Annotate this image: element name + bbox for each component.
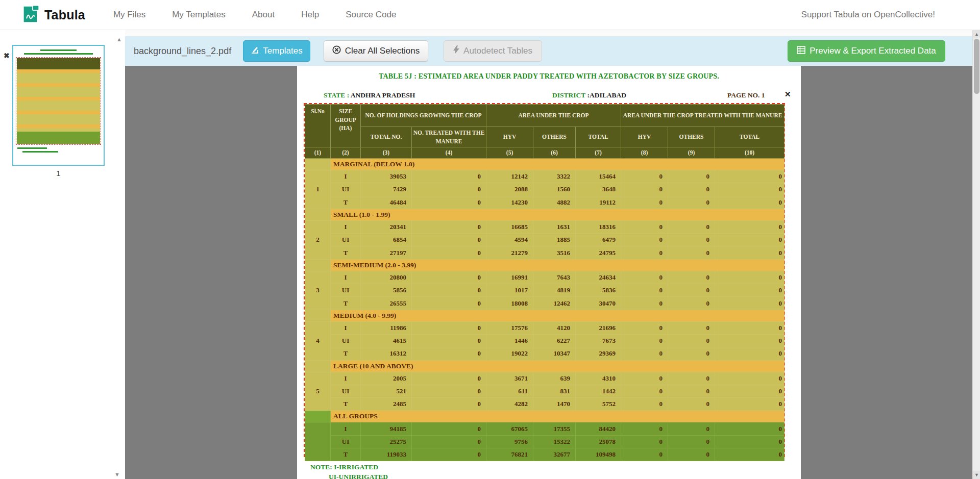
value-cell: 119033 bbox=[361, 448, 412, 461]
value-cell: 0 bbox=[668, 321, 715, 334]
brand-link[interactable]: Tabula bbox=[20, 4, 85, 26]
group-band-slno-cell bbox=[305, 310, 331, 321]
value-cell: 32677 bbox=[533, 448, 576, 461]
value-cell: 12462 bbox=[533, 297, 576, 310]
irrigation-type-cell: I bbox=[331, 170, 361, 183]
column-number: (10) bbox=[715, 147, 785, 159]
value-cell: 16991 bbox=[486, 271, 533, 284]
value-cell: 0 bbox=[621, 422, 668, 435]
clear-icon bbox=[332, 45, 341, 57]
tabula-logo-icon bbox=[20, 4, 40, 26]
group-band-label: SMALL (1.0 - 1.99) bbox=[331, 209, 785, 220]
value-cell: 16312 bbox=[361, 347, 412, 360]
irrigation-type-cell: UI bbox=[331, 334, 361, 347]
autodetect-tables-button[interactable]: Autodetect Tables bbox=[444, 40, 542, 62]
value-cell: 0 bbox=[412, 220, 486, 233]
value-cell: 521 bbox=[361, 385, 412, 397]
table-row: UI68540459418856479000 bbox=[305, 234, 785, 246]
value-cell: 0 bbox=[668, 422, 715, 435]
value-cell: 0 bbox=[715, 372, 785, 385]
column-header: Sl.No bbox=[305, 105, 331, 147]
value-cell: 25078 bbox=[576, 435, 621, 448]
value-cell: 639 bbox=[533, 372, 576, 385]
value-cell: 0 bbox=[621, 284, 668, 297]
nav-links: My Files My Templates About Help Source … bbox=[113, 10, 396, 20]
irrigation-type-cell: UI bbox=[331, 435, 361, 448]
value-cell: 1560 bbox=[533, 183, 576, 196]
value-cell: 0 bbox=[668, 271, 715, 284]
value-cell: 0 bbox=[715, 334, 785, 347]
table-row: T163120190221034729369000 bbox=[305, 347, 785, 360]
value-cell: 0 bbox=[621, 196, 668, 209]
value-cell: 1442 bbox=[576, 385, 621, 397]
value-cell: 0 bbox=[715, 246, 785, 259]
preview-export-button[interactable]: Preview & Export Extracted Data bbox=[788, 40, 945, 62]
value-cell: 0 bbox=[715, 398, 785, 411]
value-cell: 46484 bbox=[361, 196, 412, 209]
value-cell: 0 bbox=[412, 372, 486, 385]
scrollbar-thumb[interactable] bbox=[974, 39, 979, 94]
export-button-label: Preview & Export Extracted Data bbox=[810, 46, 936, 56]
selection-close-icon[interactable]: ✕ bbox=[785, 90, 791, 99]
sidebar-scroll-up-icon[interactable]: ▲ bbox=[116, 37, 122, 42]
support-link[interactable]: Support Tabula on OpenCollective! bbox=[801, 10, 935, 20]
value-cell: 0 bbox=[621, 398, 668, 411]
value-cell: 3648 bbox=[576, 183, 621, 196]
value-cell: 0 bbox=[621, 385, 668, 397]
value-cell: 0 bbox=[412, 398, 486, 411]
table-selection-box[interactable]: Sl.NoSIZE GROUP (HA)NO. OF HOLDINGS GROW… bbox=[304, 103, 785, 457]
nav-my-files[interactable]: My Files bbox=[113, 10, 145, 20]
value-cell: 4882 bbox=[533, 196, 576, 209]
irrigation-type-cell: I bbox=[331, 220, 361, 233]
value-cell: 0 bbox=[668, 398, 715, 411]
page-thumbnail[interactable] bbox=[12, 45, 105, 166]
irrigation-type-cell: UI bbox=[331, 183, 361, 196]
value-cell: 17576 bbox=[486, 321, 533, 334]
nav-my-templates[interactable]: My Templates bbox=[172, 10, 226, 20]
irrigation-type-cell: I bbox=[331, 321, 361, 334]
value-cell: 0 bbox=[412, 170, 486, 183]
open-filename: background_lines_2.pdf bbox=[134, 46, 231, 57]
value-cell: 0 bbox=[668, 448, 715, 461]
nav-source-code[interactable]: Source Code bbox=[346, 10, 396, 20]
column-number: (1) bbox=[305, 147, 331, 159]
scrollbar-up-icon[interactable]: ▲ bbox=[973, 30, 980, 38]
value-cell: 7429 bbox=[361, 183, 412, 196]
templates-button[interactable]: Templates bbox=[243, 40, 310, 62]
value-cell: 2485 bbox=[361, 398, 412, 411]
value-cell: 6227 bbox=[533, 334, 576, 347]
group-band-slno-cell bbox=[305, 360, 331, 372]
value-cell: 5752 bbox=[576, 398, 621, 411]
pdf-table-title: TABLE 5J : ESTIMATED AREA UNDER PADDY TR… bbox=[297, 72, 801, 81]
value-cell: 0 bbox=[715, 347, 785, 360]
column-header: AREA UNDER THE CROP bbox=[486, 105, 621, 127]
value-cell: 0 bbox=[621, 435, 668, 448]
page-scrollbar[interactable]: ▲ ▼ bbox=[972, 30, 980, 479]
templates-button-label: Templates bbox=[263, 46, 302, 56]
sidebar-scroll-down-icon[interactable]: ▼ bbox=[114, 472, 120, 477]
value-cell: 0 bbox=[668, 196, 715, 209]
remove-file-icon[interactable]: ✖ bbox=[4, 52, 10, 59]
value-cell: 21696 bbox=[576, 321, 621, 334]
group-band-slno-cell bbox=[305, 411, 331, 422]
column-subheader: OTHERS bbox=[668, 127, 715, 147]
nav-help[interactable]: Help bbox=[301, 10, 319, 20]
clear-all-selections-button[interactable]: Clear All Selections bbox=[324, 40, 428, 62]
irrigation-type-cell: T bbox=[331, 196, 361, 209]
scrollbar-down-icon[interactable]: ▼ bbox=[973, 471, 980, 479]
slno-cell: 5 bbox=[305, 372, 331, 411]
pdf-note-line-1: NOTE: I-IRRIGATED bbox=[310, 463, 378, 471]
table-row: UI52106118311442000 bbox=[305, 385, 785, 397]
state-field: STATE : ANDHRA PRADESH bbox=[324, 91, 415, 99]
value-cell: 11986 bbox=[361, 321, 412, 334]
nav-about[interactable]: About bbox=[252, 10, 275, 20]
document-area: TABLE 5J : ESTIMATED AREA UNDER PADDY TR… bbox=[125, 66, 972, 479]
column-number: (2) bbox=[331, 147, 361, 159]
page-sidebar: ✖ ▲ 1 ▼ bbox=[0, 30, 125, 479]
value-cell: 0 bbox=[412, 183, 486, 196]
value-cell: 0 bbox=[715, 183, 785, 196]
table-row: UI46150144662277673000 bbox=[305, 334, 785, 347]
pdf-page[interactable]: TABLE 5J : ESTIMATED AREA UNDER PADDY TR… bbox=[297, 66, 801, 479]
irrigation-type-cell: T bbox=[331, 246, 361, 259]
table-row: 3I20800016991764324634000 bbox=[305, 271, 785, 284]
